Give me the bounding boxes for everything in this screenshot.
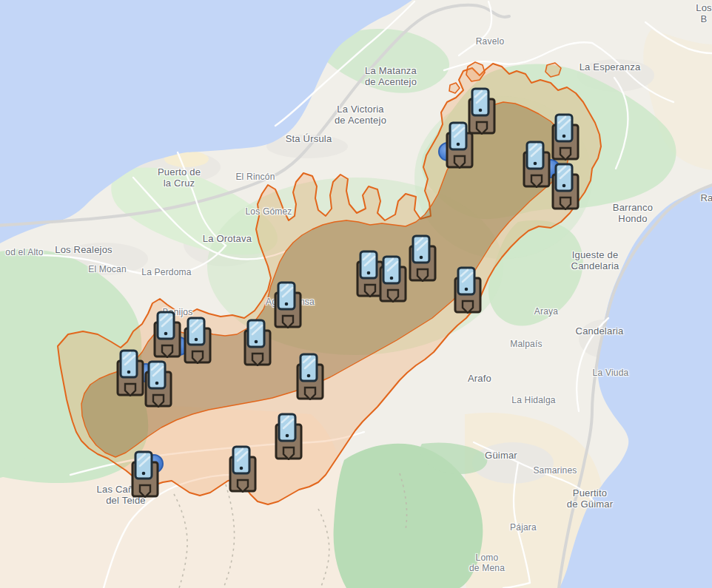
camera-phone-marker-icon: [229, 445, 257, 493]
camera-phone-marker[interactable]: [144, 360, 172, 408]
phone-button: [164, 332, 168, 336]
camera-phone-marker[interactable]: [184, 317, 212, 364]
phone-button: [195, 338, 198, 342]
phone-button: [367, 271, 371, 275]
camera-phone-marker-icon: [116, 349, 144, 396]
phone-button: [286, 434, 289, 438]
camera-phone-marker-icon: [523, 141, 551, 188]
camera-phone-marker[interactable]: [523, 141, 551, 188]
camera-phone-marker[interactable]: [409, 234, 437, 282]
phone-button: [562, 184, 566, 188]
camera-phone-marker-icon: [379, 255, 407, 303]
camera-phone-marker-icon: [144, 360, 172, 408]
camera-phone-marker-icon: [409, 234, 437, 282]
camera-phone-marker-icon: [184, 317, 212, 364]
camera-phone-marker[interactable]: [275, 413, 303, 460]
phone-button: [457, 143, 460, 146]
phone-button: [285, 303, 289, 306]
phone-button: [390, 277, 394, 280]
camera-phone-marker-icon: [275, 413, 303, 460]
camera-phone-marker[interactable]: [153, 311, 181, 358]
phone-button: [534, 162, 537, 166]
camera-phone-marker[interactable]: [229, 445, 257, 493]
camera-phone-marker-icon: [244, 319, 272, 366]
camera-phone-marker[interactable]: [551, 163, 580, 210]
camera-phone-marker-icon: [454, 266, 482, 314]
phone-button: [307, 374, 311, 378]
camera-phone-marker[interactable]: [274, 281, 302, 328]
camera-phone-marker-icon: [296, 353, 324, 400]
camera-phone-marker[interactable]: [296, 353, 324, 400]
phone-button: [255, 340, 258, 344]
camera-phone-marker-icon: [153, 311, 181, 358]
camera-phone-marker-icon: [551, 163, 580, 210]
camera-phone-marker[interactable]: [116, 349, 144, 396]
camera-phone-marker[interactable]: [446, 121, 474, 169]
phone-button: [240, 467, 244, 470]
camera-phone-marker-icon: [551, 113, 580, 160]
phone-button: [562, 135, 566, 138]
camera-phone-marker[interactable]: [551, 113, 580, 160]
camera-phone-marker[interactable]: [131, 450, 159, 498]
camera-phone-marker[interactable]: [454, 266, 482, 314]
camera-phone-marker-icon: [131, 450, 159, 498]
phone-button: [479, 109, 483, 112]
phone-button: [127, 371, 131, 374]
camera-phone-marker[interactable]: [244, 319, 272, 366]
phone-button: [465, 288, 468, 291]
camera-phone-marker[interactable]: [379, 255, 407, 303]
phone-button: [142, 472, 146, 476]
camera-phone-marker-icon: [446, 121, 474, 169]
camera-phone-marker-icon: [274, 281, 302, 328]
phone-button: [420, 256, 423, 260]
phone-button: [155, 382, 159, 385]
map-viewport[interactable]: RaveloLos BLa EsperanzaLa Matanza de Ace…: [0, 0, 712, 588]
